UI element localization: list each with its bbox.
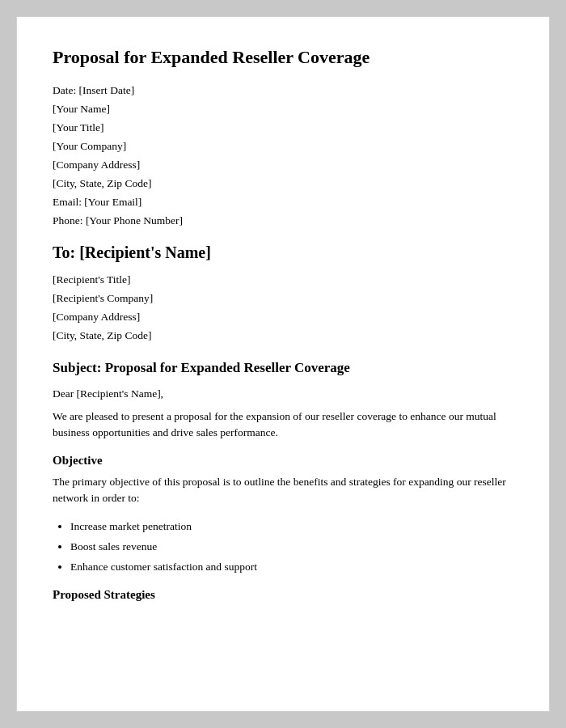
document-container: Proposal for Expanded Reseller Coverage … <box>16 16 550 712</box>
objective-heading: Objective <box>53 454 513 468</box>
bullet-item-3: Enhance customer satisfaction and suppor… <box>70 559 513 575</box>
meta-phone: Phone: [Your Phone Number] <box>53 214 513 227</box>
objective-bullets-list: Increase market penetration Boost sales … <box>70 518 513 576</box>
meta-email: Email: [Your Email] <box>53 196 513 209</box>
recipient-address: [Company Address] <box>53 311 513 324</box>
objective-text: The primary objective of this proposal i… <box>53 474 513 507</box>
to-heading: To: [Recipient's Name] <box>53 243 513 262</box>
meta-your-company: [Your Company] <box>53 140 513 153</box>
document-title: Proposal for Expanded Reseller Coverage <box>53 46 513 70</box>
recipient-company: [Recipient's Company] <box>53 292 513 305</box>
meta-your-title: [Your Title] <box>53 121 513 134</box>
meta-date: Date: [Insert Date] <box>53 84 513 97</box>
meta-your-name: [Your Name] <box>53 103 513 116</box>
meta-city-state-zip: [City, State, Zip Code] <box>53 177 513 190</box>
meta-company-address: [Company Address] <box>53 159 513 171</box>
dear-line: Dear [Recipient's Name], <box>53 387 513 400</box>
proposed-strategies-heading: Proposed Strategies <box>53 588 513 602</box>
bullet-item-2: Boost sales revenue <box>70 539 513 555</box>
recipient-city-state-zip: [City, State, Zip Code] <box>53 329 513 342</box>
subject-heading: Subject: Proposal for Expanded Reseller … <box>53 360 513 376</box>
intro-paragraph: We are pleased to present a proposal for… <box>53 408 513 442</box>
recipient-title: [Recipient's Title] <box>53 273 513 286</box>
bullet-item-1: Increase market penetration <box>70 518 513 535</box>
